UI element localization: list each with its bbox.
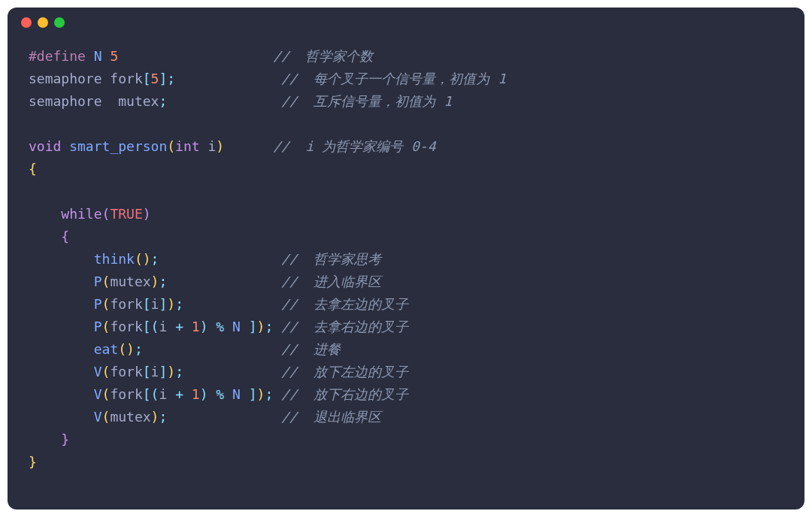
ident-token: fork: [110, 386, 142, 402]
whitespace-token: [29, 296, 94, 312]
code-line: P(fork[i]); // 去拿左边的叉子: [29, 293, 783, 316]
paren3-token: ): [200, 319, 208, 334]
comment-token: // 进餐: [281, 341, 341, 357]
punct-token: ]: [249, 319, 257, 334]
whitespace-token: [29, 228, 61, 244]
punct-token: ;: [175, 364, 183, 379]
whitespace-token: [118, 48, 273, 64]
minimize-icon[interactable]: [38, 17, 48, 28]
ident-token: i: [159, 319, 175, 334]
comment-token: // i 为哲学家编号 0-4: [273, 138, 435, 154]
comment-token: // 退出临界区: [281, 409, 381, 425]
paren2-token: ): [126, 341, 135, 357]
code-line: #define N 5 // 哲学家个数: [29, 45, 783, 68]
keyword-token: void: [29, 138, 69, 154]
punct-token: ;: [159, 409, 167, 425]
whitespace-token: [167, 274, 281, 289]
const-token: TRUE: [110, 206, 142, 222]
number-token: 1: [192, 386, 200, 402]
whitespace-token: [159, 251, 281, 267]
whitespace-token: [29, 364, 94, 379]
whitespace-token: [29, 116, 37, 132]
ident-token: fork: [110, 364, 142, 379]
paren3-token: (: [151, 386, 159, 402]
comment-token: // 进入临界区: [281, 274, 381, 289]
paren3-token: ): [200, 386, 208, 402]
comment-token: // 去拿右边的叉子: [281, 319, 408, 334]
whitespace-token: [29, 386, 94, 402]
paren2-token: (: [102, 364, 111, 379]
func-token: V: [94, 386, 102, 402]
func-token: P: [94, 296, 102, 312]
whitespace-token: [273, 319, 281, 334]
paren2-token: ): [151, 274, 159, 289]
whitespace-token: [29, 183, 37, 199]
ident-token: semaphore fork: [29, 71, 143, 86]
func-token: think: [94, 251, 135, 267]
macro-token: N: [232, 386, 249, 402]
brace2-token: {: [61, 228, 69, 244]
punct-token: ];: [159, 71, 175, 86]
ident-token: i: [159, 386, 175, 402]
code-line: P(fork[(i + 1) % N ]); // 去拿右边的叉子: [29, 316, 783, 338]
punct-token: ;: [159, 274, 167, 289]
op-token: +: [175, 386, 192, 402]
func-token: eat: [94, 341, 119, 357]
keyword-token: while: [61, 206, 102, 222]
code-line: semaphore fork[5]; // 每个叉子一个信号量，初值为 1: [29, 68, 783, 90]
paren2-token: (: [102, 319, 111, 334]
brace-token: ): [216, 138, 224, 154]
paren3-token: (: [151, 319, 159, 334]
func-token: smart_person: [69, 138, 167, 154]
close-icon[interactable]: [21, 17, 32, 28]
define-token: #define: [29, 48, 94, 64]
whitespace-token: [29, 319, 94, 334]
punct-token: [: [143, 364, 151, 379]
paren2-token: (: [135, 251, 143, 267]
comment-token: // 互斥信号量，初值为 1: [281, 93, 452, 109]
code-line: P(mutex); // 进入临界区: [29, 271, 783, 293]
ident-token: i: [151, 364, 159, 379]
whitespace-token: [29, 431, 61, 447]
macro-token: N: [94, 48, 111, 64]
op-token: +: [175, 319, 192, 334]
code-line: }: [29, 451, 783, 473]
code-line: [29, 113, 783, 135]
code-line: V(fork[(i + 1) % N ]); // 放下右边的叉子: [29, 383, 783, 406]
ident-token: semaphore mutex: [29, 93, 159, 109]
comment-token: // 放下右边的叉子: [281, 386, 408, 402]
code-line: think(); // 哲学家思考: [29, 248, 783, 271]
brace2-token: }: [61, 431, 69, 447]
punct-token: ]: [249, 386, 257, 402]
op-token: %: [208, 386, 233, 402]
brace-token: (: [167, 138, 175, 154]
punct-token: ;: [265, 319, 273, 334]
number-token: 5: [110, 48, 118, 64]
code-line: void smart_person(int i) // i 为哲学家编号 0-4: [29, 135, 783, 158]
punct-token: ;: [159, 93, 167, 109]
ident-token: mutex: [110, 274, 150, 289]
paren2-token: ): [257, 319, 265, 334]
whitespace-token: [183, 364, 281, 379]
maximize-icon[interactable]: [54, 17, 65, 28]
comment-token: // 去拿左边的叉子: [281, 296, 408, 312]
op-token: %: [208, 319, 233, 334]
ident-token: fork: [110, 319, 142, 334]
punct-token: ;: [151, 251, 159, 267]
paren2-token: ): [167, 364, 175, 379]
whitespace-token: [175, 71, 281, 86]
comment-token: // 每个叉子一个信号量，初值为 1: [281, 71, 506, 86]
paren2-token: ): [151, 409, 159, 425]
punct-token: [: [143, 386, 151, 402]
punct-token: [: [143, 296, 151, 312]
func-token: P: [94, 274, 102, 289]
code-line: V(mutex); // 退出临界区: [29, 406, 783, 428]
brace-token: {: [29, 161, 37, 177]
code-line: while(TRUE): [29, 203, 783, 225]
whitespace-token: [29, 274, 94, 289]
func-token: V: [94, 409, 102, 425]
code-line: eat(); // 进餐: [29, 338, 783, 361]
ident-token: fork: [110, 296, 142, 312]
punct-token: [: [143, 71, 151, 86]
whitespace-token: [167, 409, 281, 425]
